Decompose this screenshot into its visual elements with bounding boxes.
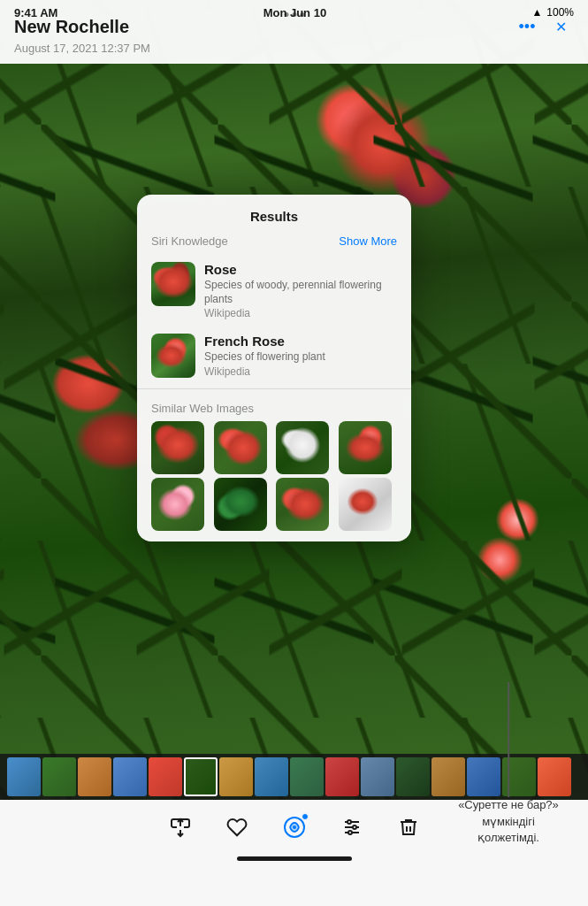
strip-thumb-10[interactable] [325,757,359,796]
web-image-3[interactable] [276,421,329,474]
web-image-2[interactable] [214,421,267,474]
french-rose-source: Wikipedia [204,365,325,378]
heart-icon [226,817,248,838]
rose-thumbnail [151,262,195,306]
web-image-1[interactable] [151,421,204,474]
french-rose-thumb-image [151,334,195,378]
strip-thumb-2[interactable] [42,757,76,796]
strip-thumb-5[interactable] [149,757,182,796]
web-image-6[interactable] [214,478,267,531]
rose-description: Species of woody, perennial flowering pl… [204,279,397,306]
battery-icon: 100% [546,6,574,19]
web-image-4[interactable] [339,421,392,474]
strip-thumb-13[interactable] [431,757,465,796]
strip-thumb-3[interactable] [78,757,111,796]
results-panel: Results Siri Knowledge Show More Rose Sp… [137,195,411,541]
similar-images-header: Similar Web Images [137,393,411,421]
adjust-icon [341,817,363,838]
rose-item[interactable]: Rose Species of woody, perennial floweri… [137,255,411,326]
siri-knowledge-label: Siri Knowledge [151,234,228,248]
svg-point-2 [293,825,296,829]
web-image-5[interactable] [151,478,204,531]
siri-knowledge-header: Siri Knowledge Show More [137,234,411,248]
french-rose-description: Species of flowering plant [204,350,325,365]
french-rose-thumbnail [151,334,195,378]
french-rose-item[interactable]: French Rose Species of flowering plant W… [137,326,411,385]
callout-line2: мүмкіндігі қолжетімді. [455,814,561,846]
home-indicator [237,856,352,861]
photo-strip [0,754,588,800]
share-icon [170,817,191,838]
show-more-button[interactable]: Show More [339,234,397,248]
like-button[interactable] [226,817,248,838]
svg-point-7 [353,825,356,829]
web-image-7[interactable] [276,478,329,531]
svg-point-6 [347,820,351,824]
trash-icon [398,817,419,838]
strip-thumb-12[interactable] [396,757,430,796]
visual-lookup-indicator [302,813,309,820]
french-rose-info: French Rose Species of flowering plant W… [204,334,325,378]
web-images-grid [137,421,411,531]
adjust-button[interactable] [341,817,363,838]
status-date: Mon Jun 10 [263,6,327,19]
french-rose-name: French Rose [204,334,325,349]
delete-button[interactable] [398,817,419,838]
callout-line [508,682,509,797]
strip-thumb-8[interactable] [255,757,288,796]
toolbar-buttons [170,800,419,839]
results-title: Results [137,209,411,224]
share-button[interactable] [170,817,191,838]
rose-name: Rose [204,262,397,277]
strip-thumb-9[interactable] [290,757,324,796]
wifi-icon: ▲ [531,6,542,19]
status-right: ▲ 100% [531,6,574,19]
similar-images-label: Similar Web Images [151,402,254,415]
status-time: 9:41 AM [14,6,57,19]
callout-text: «Суретте не бар?» мүмкіндігі қолжетімді. [455,797,561,846]
rose-thumb-image [151,262,195,306]
rose-info: Rose Species of woody, perennial floweri… [204,262,397,319]
strip-thumb-6[interactable] [184,757,218,796]
svg-point-8 [348,831,352,834]
photo-date: August 17, 2021 12:37 PM [14,42,574,55]
strip-thumb-16[interactable] [538,757,571,796]
callout-container: «Суретте не бар?» мүмкіндігі қолжетімді. [455,797,561,846]
strip-thumb-1[interactable] [7,757,41,796]
web-image-8[interactable] [339,478,392,531]
section-divider [137,388,411,389]
visual-lookup-button[interactable] [283,816,306,839]
strip-thumb-14[interactable] [467,757,500,796]
status-bar: 9:41 AM Mon Jun 10 ▲ 100% [0,0,588,25]
strip-thumb-11[interactable] [361,757,394,796]
strip-thumb-7[interactable] [219,757,253,796]
rose-source: Wikipedia [204,307,397,319]
callout-line1: «Суретте не бар?» [455,797,561,813]
strip-thumb-4[interactable] [113,757,147,796]
